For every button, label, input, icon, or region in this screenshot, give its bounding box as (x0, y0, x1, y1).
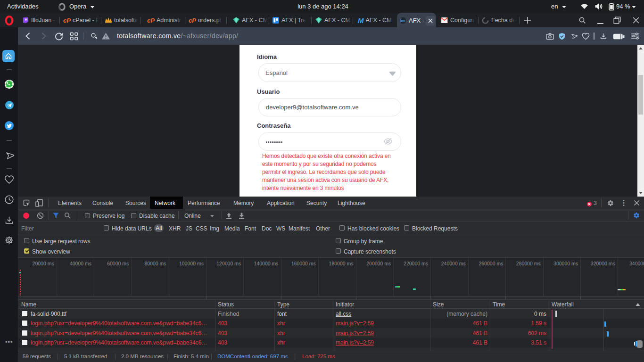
svg-text:afx: afx (401, 19, 405, 22)
